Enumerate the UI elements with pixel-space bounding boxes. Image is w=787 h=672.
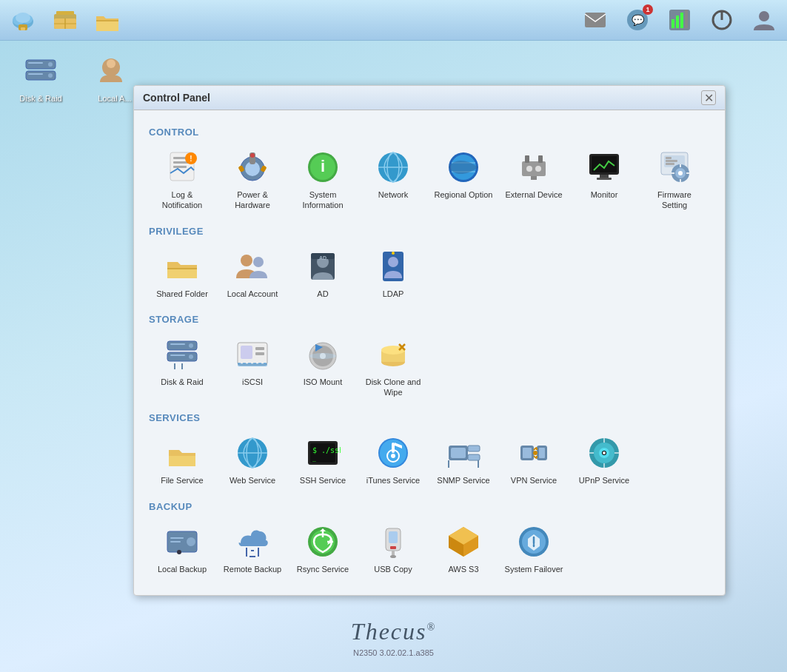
svg-point-77	[388, 257, 398, 267]
svg-point-78	[392, 252, 395, 255]
cp-ssh-service-label: SSH Service	[300, 475, 346, 485]
svg-rect-28	[28, 73, 43, 75]
svg-rect-119	[539, 448, 545, 458]
cp-iscsi[interactable]: iSCSI	[219, 331, 286, 404]
cp-upnp-service[interactable]: UPnP Service	[571, 429, 637, 491]
svg-rect-84	[170, 355, 185, 356]
cp-web-service-label: Web Service	[230, 475, 275, 485]
svg-rect-109	[392, 443, 395, 453]
svg-rect-112	[468, 446, 480, 451]
svg-rect-69	[167, 268, 197, 269]
mail-icon[interactable]	[580, 4, 611, 36]
svg-point-70	[241, 255, 252, 266]
cp-disk-clone-wipe-label: Disk Clone andWipe	[366, 377, 421, 398]
cp-rsync-service[interactable]: Rsync Service	[289, 518, 356, 580]
cp-usb-copy-label: USB Copy	[374, 564, 412, 574]
cp-local-account[interactable]: Local Account	[219, 243, 286, 305]
svg-rect-136	[390, 546, 396, 549]
cp-power-hardware-label: Power &Hardware	[235, 189, 270, 211]
svg-rect-64	[666, 160, 677, 162]
cp-firmware-setting-label: FirmwareSetting	[657, 189, 691, 211]
cp-remote-backup[interactable]: Remote Backup	[219, 518, 286, 580]
cp-local-account-label: Local Account	[227, 289, 278, 299]
svg-point-82	[189, 355, 193, 359]
footer: Thecus® N2350 3.02.02.1.a385	[351, 618, 436, 657]
svg-rect-65	[666, 163, 674, 165]
cp-ssh-service[interactable]: $ ./ssh _ SSH Service	[289, 429, 356, 491]
svg-text:!: !	[190, 155, 192, 163]
cp-disk-raid[interactable]: Disk & Raid	[149, 331, 215, 404]
svg-rect-34	[173, 166, 187, 168]
desktop: Disk & Raid Local A... Control Panel ✕ C…	[0, 41, 787, 672]
disk-raid-desktop-icon[interactable]: Disk & Raid	[11, 52, 70, 103]
cp-shared-folder[interactable]: Shared Folder	[149, 243, 215, 305]
cp-upnp-service-label: UPnP Service	[579, 475, 629, 485]
cp-regional-option[interactable]: Regional Option	[430, 144, 497, 217]
cp-local-backup[interactable]: Local Backup	[149, 518, 215, 580]
svg-point-125	[603, 451, 606, 454]
svg-point-25	[48, 62, 53, 67]
power-icon[interactable]	[706, 4, 737, 36]
svg-point-68	[678, 171, 683, 175]
section-services-title: SERVICES	[149, 412, 710, 423]
cp-vpn-service[interactable]: VPN Service	[500, 429, 567, 491]
cp-ad[interactable]: AD AD	[289, 243, 356, 305]
cp-log-notification[interactable]: ! Log &Notification	[149, 144, 215, 217]
cp-network[interactable]: Network	[360, 144, 426, 217]
svg-rect-89	[238, 363, 267, 366]
svg-rect-83	[170, 343, 185, 345]
svg-rect-113	[468, 454, 480, 460]
cp-system-information[interactable]: i SystemInformation	[289, 144, 356, 217]
section-storage-title: STORAGE	[149, 314, 710, 325]
section-control-title: CONTROL	[149, 127, 710, 138]
footer-logo-text: Thecus	[351, 618, 427, 645]
svg-point-22	[759, 11, 769, 21]
user-icon[interactable]	[749, 4, 780, 36]
svg-rect-18	[680, 13, 683, 28]
cp-external-device[interactable]: External Device	[500, 144, 567, 217]
apps-icon[interactable]	[50, 4, 81, 36]
svg-text:AD: AD	[319, 255, 326, 261]
cp-snmp-service[interactable]: SNMP Service	[430, 429, 497, 491]
svg-text:$ ./ssh: $ ./ssh	[312, 446, 341, 454]
cp-snmp-service-label: SNMP Service	[437, 475, 489, 485]
storage-grid: Disk & Raid iSCSI	[149, 331, 710, 404]
svg-rect-128	[170, 537, 184, 539]
svg-point-26	[48, 73, 53, 78]
cp-ldap[interactable]: LDAP	[360, 243, 426, 305]
svg-rect-12	[585, 13, 606, 27]
svg-rect-16	[672, 19, 674, 28]
cp-web-service[interactable]: Web Service	[219, 429, 286, 491]
cp-aws-s3[interactable]: AWS S3	[430, 518, 497, 580]
cp-disk-clone-wipe[interactable]: Disk Clone andWipe	[360, 331, 426, 404]
network-status-icon[interactable]	[664, 4, 695, 36]
cp-local-backup-label: Local Backup	[158, 564, 207, 574]
cp-file-service[interactable]: File Service	[149, 429, 215, 491]
cloud-app-icon[interactable]	[7, 4, 38, 36]
modal-close-button[interactable]: ✕	[701, 90, 716, 105]
cp-power-hardware[interactable]: Power &Hardware	[219, 144, 286, 217]
cp-system-failover[interactable]: System Failover	[500, 518, 567, 580]
svg-point-120	[533, 451, 537, 455]
cp-monitor[interactable]: Monitor	[571, 144, 637, 217]
svg-point-130	[177, 550, 181, 554]
cp-ad-label: AD	[317, 289, 328, 299]
backup-grid: Local Backup Remote Backup	[149, 518, 710, 580]
svg-point-3	[16, 13, 30, 23]
topbar-right: 💬 1	[580, 4, 780, 36]
section-backup-title: BACKUP	[149, 501, 710, 512]
notifications-icon[interactable]: 💬 1	[622, 4, 653, 36]
cp-usb-copy[interactable]: USB Copy	[360, 518, 426, 580]
svg-point-127	[187, 537, 195, 546]
files-icon[interactable]	[92, 4, 123, 36]
svg-point-30	[107, 59, 115, 68]
svg-rect-86	[241, 346, 252, 359]
cp-iso-mount[interactable]: ISO Mount	[289, 331, 356, 404]
svg-point-81	[189, 343, 193, 348]
local-a-desktop-label: Local A...	[98, 94, 131, 103]
cp-firmware-setting[interactable]: FirmwareSetting	[641, 144, 708, 217]
control-panel-modal: Control Panel ✕ CONTROL !	[133, 85, 726, 596]
cp-itunes-service[interactable]: iTunes Service	[360, 429, 426, 491]
svg-text:i: i	[321, 157, 325, 175]
cp-disk-raid-label: Disk & Raid	[161, 377, 203, 387]
